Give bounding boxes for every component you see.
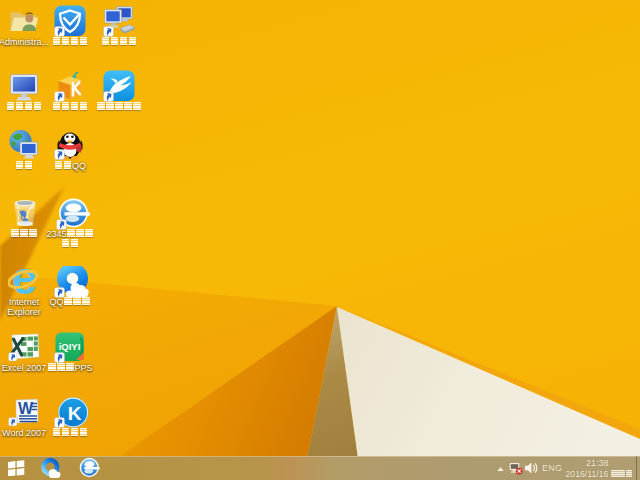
svg-text:iQIYI: iQIYI bbox=[59, 341, 81, 352]
svg-text:K: K bbox=[68, 403, 82, 424]
svg-text:W: W bbox=[18, 400, 34, 417]
